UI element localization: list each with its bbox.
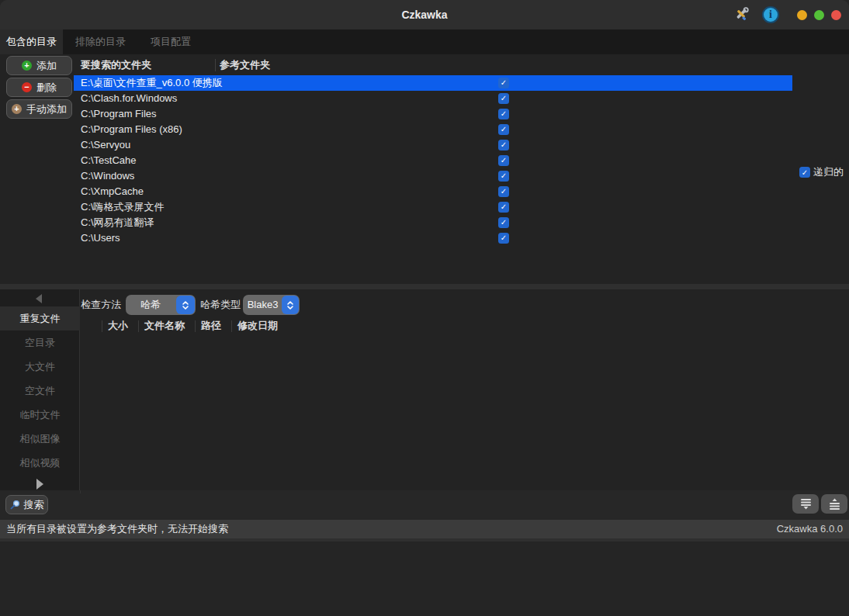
tab-label: 包含的目录 (6, 36, 57, 47)
titlebar-controls: i (732, 0, 841, 29)
directory-row[interactable]: C:\Users ✓ (74, 230, 792, 246)
directory-row[interactable]: C:\Windows ✓ (74, 168, 792, 184)
reference-checkbox[interactable]: ✓ (498, 171, 509, 182)
hash-type-dropdown[interactable]: Blake3 (243, 295, 300, 315)
add-directory-button[interactable]: + 添加 (6, 56, 72, 75)
column-divider (231, 320, 232, 332)
check-icon: ✓ (501, 233, 507, 244)
reference-checkbox[interactable]: ✓ (498, 109, 509, 119)
tools-sidebar: 重复文件空目录大文件空文件临时文件相似图像相似视频 (0, 289, 80, 490)
column-label: 大小 (108, 319, 128, 333)
window-minimize-dot[interactable] (797, 10, 807, 20)
check-icon: ✓ (501, 78, 507, 88)
tab[interactable]: 包含的目录 (0, 29, 63, 54)
check-icon: ✓ (501, 217, 507, 228)
status-message: 当所有目录被设置为参考文件夹时，无法开始搜索 (6, 520, 228, 538)
expand-tools-arrow-icon[interactable] (36, 479, 43, 490)
sidebar-item[interactable]: 临时文件 (0, 403, 80, 427)
results-column-header[interactable]: 路径 (195, 317, 231, 334)
reference-checkbox[interactable]: ✓ (498, 155, 509, 166)
sidebar-item[interactable]: 相似图像 (0, 427, 80, 451)
reference-checkbox[interactable]: ✓ (498, 186, 509, 197)
directory-row[interactable]: C:\Servyou ✓ (74, 137, 792, 153)
sidebar-item[interactable]: 空目录 (0, 330, 80, 355)
reference-checkbox[interactable]: ✓ (498, 140, 509, 151)
lines-up-arrow-icon (828, 498, 841, 510)
sidebar-item[interactable]: 相似视频 (0, 451, 80, 475)
directory-row[interactable]: C:\XmpCache ✓ (74, 184, 792, 199)
info-icon[interactable]: i (762, 6, 779, 23)
sidebar-item[interactable]: 大文件 (0, 355, 80, 379)
settings-tools-icon[interactable] (732, 5, 750, 24)
check-method-label: 检查方法 (81, 295, 121, 315)
hash-type-value: Blake3 (243, 295, 282, 315)
search-button-label: 搜索 (24, 498, 44, 512)
window-close-dot[interactable] (831, 10, 841, 20)
main-tabbar: 包含的目录排除的目录项目配置 (0, 29, 849, 54)
directory-path: E:\桌面\文件查重_v6.0.0 便携版 (81, 75, 223, 91)
empty-area (0, 542, 849, 616)
directory-row[interactable]: C:\网易有道翻译 ✓ (74, 215, 792, 230)
tab-label: 排除的目录 (75, 36, 126, 47)
plus-circle-icon: + (22, 61, 32, 71)
sidebar-item-label: 重复文件 (20, 313, 61, 324)
move-up-results-button[interactable] (821, 494, 847, 514)
directory-path: C:\Users (81, 230, 120, 246)
directory-path: C:\嗨格式录屏文件 (81, 199, 165, 215)
directory-list: E:\桌面\文件查重_v6.0.0 便携版 ✓ C:\Clash.for.Win… (74, 75, 792, 246)
results-column-header[interactable]: 修改日期 (231, 317, 288, 334)
directory-row[interactable]: E:\桌面\文件查重_v6.0.0 便携版 ✓ (74, 75, 792, 91)
info-glyph: i (769, 9, 772, 21)
tab[interactable]: 项目配置 (144, 29, 197, 54)
sidebar-item-label: 空文件 (25, 385, 55, 396)
wrench-pencil-icon (733, 6, 750, 23)
sidebar-border (80, 490, 81, 493)
sidebar-item-label: 相似图像 (20, 433, 61, 445)
results-column-header[interactable]: 文件名称 (138, 317, 195, 334)
directory-row[interactable]: C:\Program Files ✓ (74, 106, 792, 122)
status-bar: 当所有目录被设置为参考文件夹时，无法开始搜索 Czkawka 6.0.0 (0, 520, 849, 538)
reference-checkbox[interactable]: ✓ (498, 233, 509, 244)
directory-row[interactable]: C:\Program Files (x86) ✓ (74, 122, 792, 137)
directory-row[interactable]: C:\TestCahe ✓ (74, 153, 792, 168)
minus-circle-icon: − (22, 82, 32, 92)
reference-checkbox[interactable]: ✓ (498, 93, 509, 104)
sidebar-item-label: 相似视频 (20, 457, 61, 469)
column-header-reference-folders[interactable]: 参考文件夹 (220, 56, 270, 74)
recursive-option: ✓ 递归的 (799, 166, 844, 178)
results-column-header[interactable]: 大小 (102, 317, 138, 334)
remove-directory-button[interactable]: − 删除 (6, 78, 72, 97)
column-divider (102, 320, 102, 332)
check-icon: ✓ (501, 155, 507, 166)
reference-checkbox[interactable]: ✓ (498, 202, 509, 213)
results-panel: 重复文件空目录大文件空文件临时文件相似图像相似视频 检查方法 哈希 哈希类型 B… (0, 289, 849, 490)
search-button[interactable]: 搜索 (5, 495, 48, 514)
directory-path: C:\Windows (81, 168, 134, 184)
bottom-toolbar: 搜索 (0, 490, 849, 520)
panel-splitter[interactable] (0, 284, 849, 289)
reference-checkbox[interactable]: ✓ (498, 217, 509, 228)
manual-add-button-label: 手动添加 (26, 102, 67, 116)
window-title: Czkawka (0, 0, 849, 29)
reference-checkbox[interactable]: ✓ (498, 124, 509, 135)
move-down-results-button[interactable] (792, 494, 819, 514)
manual-add-button[interactable]: + 手动添加 (6, 99, 72, 119)
updown-chevron-icon (176, 296, 195, 314)
column-header-search-folders[interactable]: 要搜索的文件夹 (81, 56, 151, 74)
sidebar-item[interactable]: 空文件 (0, 379, 80, 403)
directory-path: C:\Program Files (x86) (81, 122, 182, 137)
recursive-checkbox[interactable]: ✓ (799, 167, 810, 178)
tab[interactable]: 排除的目录 (69, 29, 132, 54)
reference-checkbox[interactable]: ✓ (498, 78, 509, 88)
check-method-dropdown[interactable]: 哈希 (126, 295, 196, 315)
window-maximize-dot[interactable] (814, 10, 824, 20)
directory-path: C:\Program Files (81, 106, 157, 122)
collapse-sidebar-arrow-icon[interactable] (36, 294, 42, 303)
czkawka-window: Czkawka i 包含的目录排除的目录项目配置 + 添加 (0, 0, 849, 616)
recursive-label: 递归的 (813, 165, 844, 179)
check-icon: ✓ (501, 140, 507, 151)
lines-down-arrow-icon (799, 498, 813, 510)
directory-row[interactable]: C:\Clash.for.Windows ✓ (74, 91, 792, 106)
directory-row[interactable]: C:\嗨格式录屏文件 ✓ (74, 199, 792, 215)
sidebar-item[interactable]: 重复文件 (0, 306, 80, 330)
